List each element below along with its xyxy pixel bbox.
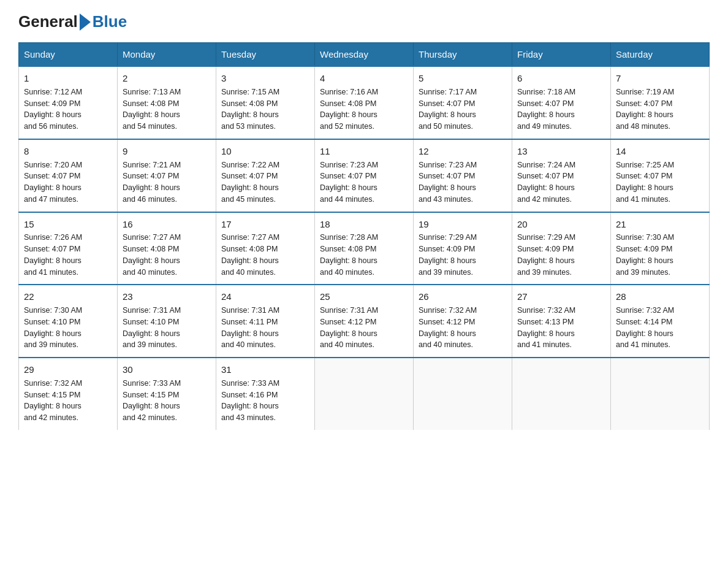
calendar-cell: 30Sunrise: 7:33 AMSunset: 4:15 PMDayligh…	[118, 358, 216, 430]
header-monday: Monday	[118, 43, 216, 67]
day-number: 4	[320, 72, 408, 85]
calendar-week-row: 8Sunrise: 7:20 AMSunset: 4:07 PMDaylight…	[19, 139, 710, 212]
day-info: Sunrise: 7:23 AMSunset: 4:07 PMDaylight:…	[320, 159, 408, 205]
calendar-cell: 11Sunrise: 7:23 AMSunset: 4:07 PMDayligh…	[315, 139, 414, 212]
logo-general-text: General	[18, 12, 78, 31]
calendar-cell: 15Sunrise: 7:26 AMSunset: 4:07 PMDayligh…	[19, 212, 118, 285]
calendar-header-row: SundayMondayTuesdayWednesdayThursdayFrid…	[19, 43, 710, 67]
calendar-cell: 8Sunrise: 7:20 AMSunset: 4:07 PMDaylight…	[19, 139, 118, 212]
header-saturday: Saturday	[611, 43, 710, 67]
day-number: 15	[24, 218, 112, 231]
day-number: 10	[221, 145, 309, 158]
day-info: Sunrise: 7:31 AMSunset: 4:11 PMDaylight:…	[221, 305, 309, 351]
day-number: 17	[221, 218, 309, 231]
calendar-cell: 28Sunrise: 7:32 AMSunset: 4:14 PMDayligh…	[611, 285, 710, 358]
day-number: 22	[24, 290, 112, 304]
day-info: Sunrise: 7:32 AMSunset: 4:15 PMDaylight:…	[24, 378, 112, 424]
day-info: Sunrise: 7:15 AMSunset: 4:08 PMDaylight:…	[221, 86, 309, 132]
calendar-cell	[611, 358, 710, 430]
day-info: Sunrise: 7:19 AMSunset: 4:07 PMDaylight:…	[616, 86, 704, 132]
calendar-cell: 12Sunrise: 7:23 AMSunset: 4:07 PMDayligh…	[414, 139, 512, 212]
header-friday: Friday	[512, 43, 611, 67]
day-number: 9	[123, 145, 211, 158]
day-number: 7	[616, 72, 704, 85]
day-number: 16	[123, 218, 211, 231]
calendar-cell: 24Sunrise: 7:31 AMSunset: 4:11 PMDayligh…	[216, 285, 315, 358]
day-number: 14	[616, 145, 704, 158]
day-number: 30	[123, 363, 211, 377]
day-info: Sunrise: 7:26 AMSunset: 4:07 PMDaylight:…	[24, 232, 112, 278]
day-number: 6	[517, 72, 605, 85]
day-info: Sunrise: 7:30 AMSunset: 4:09 PMDaylight:…	[616, 232, 704, 278]
calendar-cell: 3Sunrise: 7:15 AMSunset: 4:08 PMDaylight…	[216, 66, 315, 139]
logo-arrow-icon	[80, 13, 91, 31]
day-number: 24	[221, 290, 309, 304]
calendar-cell: 19Sunrise: 7:29 AMSunset: 4:09 PMDayligh…	[414, 212, 512, 285]
day-info: Sunrise: 7:32 AMSunset: 4:13 PMDaylight:…	[517, 305, 605, 351]
day-info: Sunrise: 7:12 AMSunset: 4:09 PMDaylight:…	[24, 86, 112, 132]
day-info: Sunrise: 7:32 AMSunset: 4:12 PMDaylight:…	[419, 305, 507, 351]
calendar-cell: 18Sunrise: 7:28 AMSunset: 4:08 PMDayligh…	[315, 212, 414, 285]
day-number: 19	[419, 218, 507, 231]
day-number: 2	[123, 72, 211, 85]
day-number: 27	[517, 290, 605, 304]
calendar-cell: 20Sunrise: 7:29 AMSunset: 4:09 PMDayligh…	[512, 212, 611, 285]
day-number: 11	[320, 145, 408, 158]
calendar-cell: 25Sunrise: 7:31 AMSunset: 4:12 PMDayligh…	[315, 285, 414, 358]
calendar-cell: 9Sunrise: 7:21 AMSunset: 4:07 PMDaylight…	[118, 139, 216, 212]
calendar-week-row: 22Sunrise: 7:30 AMSunset: 4:10 PMDayligh…	[19, 285, 710, 358]
calendar-cell: 26Sunrise: 7:32 AMSunset: 4:12 PMDayligh…	[414, 285, 512, 358]
calendar-cell: 2Sunrise: 7:13 AMSunset: 4:08 PMDaylight…	[118, 66, 216, 139]
day-info: Sunrise: 7:23 AMSunset: 4:07 PMDaylight:…	[419, 159, 507, 205]
day-info: Sunrise: 7:31 AMSunset: 4:10 PMDaylight:…	[123, 305, 211, 351]
day-info: Sunrise: 7:18 AMSunset: 4:07 PMDaylight:…	[517, 86, 605, 132]
day-info: Sunrise: 7:28 AMSunset: 4:08 PMDaylight:…	[320, 232, 408, 278]
day-number: 18	[320, 218, 408, 231]
calendar-week-row: 1Sunrise: 7:12 AMSunset: 4:09 PMDaylight…	[19, 66, 710, 139]
day-info: Sunrise: 7:33 AMSunset: 4:16 PMDaylight:…	[221, 378, 309, 424]
calendar-cell: 22Sunrise: 7:30 AMSunset: 4:10 PMDayligh…	[19, 285, 118, 358]
calendar-cell: 14Sunrise: 7:25 AMSunset: 4:07 PMDayligh…	[611, 139, 710, 212]
day-info: Sunrise: 7:32 AMSunset: 4:14 PMDaylight:…	[616, 305, 704, 351]
calendar-week-row: 29Sunrise: 7:32 AMSunset: 4:15 PMDayligh…	[19, 358, 710, 430]
day-number: 21	[616, 218, 704, 231]
day-info: Sunrise: 7:22 AMSunset: 4:07 PMDaylight:…	[221, 159, 309, 205]
day-info: Sunrise: 7:16 AMSunset: 4:08 PMDaylight:…	[320, 86, 408, 132]
day-info: Sunrise: 7:25 AMSunset: 4:07 PMDaylight:…	[616, 159, 704, 205]
calendar-cell	[414, 358, 512, 430]
day-info: Sunrise: 7:13 AMSunset: 4:08 PMDaylight:…	[123, 86, 211, 132]
calendar-cell	[315, 358, 414, 430]
day-info: Sunrise: 7:20 AMSunset: 4:07 PMDaylight:…	[24, 159, 112, 205]
day-info: Sunrise: 7:27 AMSunset: 4:08 PMDaylight:…	[123, 232, 211, 278]
day-number: 23	[123, 290, 211, 304]
day-number: 12	[419, 145, 507, 158]
calendar-cell: 5Sunrise: 7:17 AMSunset: 4:07 PMDaylight…	[414, 66, 512, 139]
day-info: Sunrise: 7:24 AMSunset: 4:07 PMDaylight:…	[517, 159, 605, 205]
logo: General Blue	[18, 12, 127, 31]
calendar-cell: 1Sunrise: 7:12 AMSunset: 4:09 PMDaylight…	[19, 66, 118, 139]
calendar-cell: 16Sunrise: 7:27 AMSunset: 4:08 PMDayligh…	[118, 212, 216, 285]
day-number: 13	[517, 145, 605, 158]
header-tuesday: Tuesday	[216, 43, 315, 67]
day-number: 29	[24, 363, 112, 377]
day-info: Sunrise: 7:21 AMSunset: 4:07 PMDaylight:…	[123, 159, 211, 205]
day-info: Sunrise: 7:33 AMSunset: 4:15 PMDaylight:…	[123, 378, 211, 424]
calendar-cell: 21Sunrise: 7:30 AMSunset: 4:09 PMDayligh…	[611, 212, 710, 285]
calendar-cell: 27Sunrise: 7:32 AMSunset: 4:13 PMDayligh…	[512, 285, 611, 358]
calendar-cell: 23Sunrise: 7:31 AMSunset: 4:10 PMDayligh…	[118, 285, 216, 358]
day-info: Sunrise: 7:30 AMSunset: 4:10 PMDaylight:…	[24, 305, 112, 351]
calendar-cell: 7Sunrise: 7:19 AMSunset: 4:07 PMDaylight…	[611, 66, 710, 139]
day-info: Sunrise: 7:29 AMSunset: 4:09 PMDaylight:…	[517, 232, 605, 278]
day-number: 8	[24, 145, 112, 158]
day-number: 3	[221, 72, 309, 85]
header: General Blue	[18, 12, 710, 31]
calendar-cell	[512, 358, 611, 430]
header-thursday: Thursday	[414, 43, 512, 67]
day-number: 28	[616, 290, 704, 304]
header-sunday: Sunday	[19, 43, 118, 67]
logo-blue-text: Blue	[93, 12, 127, 31]
day-number: 5	[419, 72, 507, 85]
calendar-week-row: 15Sunrise: 7:26 AMSunset: 4:07 PMDayligh…	[19, 212, 710, 285]
day-info: Sunrise: 7:17 AMSunset: 4:07 PMDaylight:…	[419, 86, 507, 132]
day-number: 31	[221, 363, 309, 377]
